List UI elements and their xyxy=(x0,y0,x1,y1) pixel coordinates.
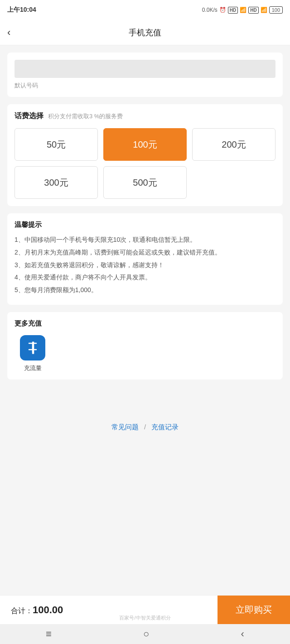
notice-item-5: 5、您每月消费限额为1,000。 xyxy=(14,285,276,296)
carrier2-label: HD xyxy=(248,7,258,14)
page-title: 手机充值 xyxy=(129,27,161,38)
notice-section: 温馨提示 1、中国移动同一个手机号每天限充10次，联通和电信暂无上限。 2、月初… xyxy=(7,213,283,305)
nav-home-button[interactable]: ○ xyxy=(132,625,160,644)
status-time: 上午10:04 xyxy=(7,6,36,14)
amount-row2: 300元 500元 xyxy=(14,166,276,199)
buy-button[interactable]: 立即购买 xyxy=(218,596,290,625)
signal-bars-1: 📶 xyxy=(240,7,246,13)
flow-charge-icon: ┃ xyxy=(20,335,45,360)
content-area: 默认号码 话费选择 积分支付需收取3 %的服务费 50元 100元 200元 3… xyxy=(0,45,290,502)
footer-links: 常见问题 / 充值记录 xyxy=(7,414,283,441)
charge-section: 话费选择 积分支付需收取3 %的服务费 50元 100元 200元 300元 5… xyxy=(7,104,283,206)
notice-item-4: 4、使用关爱通付款，商户将不向个人开具发票。 xyxy=(14,272,276,283)
nav-menu-button[interactable]: ≡ xyxy=(35,625,63,644)
total-amount: 100.00 xyxy=(33,604,63,615)
status-center: 0.0K/s ⏰ HD 📶 HD 📶 100 xyxy=(202,6,283,14)
back-button[interactable]: ‹ xyxy=(7,27,10,38)
amount-empty xyxy=(192,166,276,199)
amount-300[interactable]: 300元 xyxy=(14,166,98,199)
amount-100[interactable]: 100元 xyxy=(103,128,187,161)
amount-row1: 50元 100元 200元 xyxy=(14,128,276,161)
charge-title: 话费选择 xyxy=(14,111,44,121)
total-label: 合计： xyxy=(11,607,33,615)
phone-input-mock[interactable] xyxy=(14,60,276,78)
status-bar: 上午10:04 0.0K/s ⏰ HD 📶 HD 📶 100 xyxy=(0,0,290,20)
charge-header: 话费选择 积分支付需收取3 %的服务费 xyxy=(14,111,276,121)
faq-link[interactable]: 常见问题 xyxy=(111,423,139,431)
amount-50[interactable]: 50元 xyxy=(14,128,98,161)
clock-icon: ⏰ xyxy=(219,7,226,13)
header: ‹ 手机充值 xyxy=(0,20,290,45)
history-link[interactable]: 充值记录 xyxy=(151,423,179,431)
notice-item-3: 3、如若充值失败将退回积分，敬请谅解，感谢支持！ xyxy=(14,260,276,271)
network-speed: 0.0K/s xyxy=(202,7,218,13)
carrier1-label: HD xyxy=(228,7,238,14)
phone-section: 默认号码 xyxy=(7,53,283,97)
notice-item-2: 2、月初月末为充值高峰期，话费到账可能会延迟或失败，建议错开充值。 xyxy=(14,247,276,258)
signal-bars-2: 📶 xyxy=(261,7,267,13)
amount-200[interactable]: 200元 xyxy=(192,128,276,161)
flow-charge-label: 充流量 xyxy=(24,364,42,372)
phone-default-label: 默认号码 xyxy=(14,82,276,90)
total-area: 合计：100.00 xyxy=(0,604,218,616)
flow-charge-item[interactable]: ┃ 充流量 xyxy=(14,335,51,372)
notice-title: 温馨提示 xyxy=(14,221,276,229)
nav-back-button[interactable]: ‹ xyxy=(230,625,255,644)
charge-subtitle: 积分支付需收取3 %的服务费 xyxy=(48,112,123,120)
notice-item-1: 1、中国移动同一个手机号每天限充10次，联通和电信暂无上限。 xyxy=(14,235,276,245)
amount-500[interactable]: 500元 xyxy=(103,166,187,199)
more-title: 更多充值 xyxy=(14,319,276,328)
bottom-bar: 合计：100.00 立即购买 xyxy=(0,595,290,624)
battery-indicator: 100 xyxy=(269,6,283,14)
nav-bar: ≡ ○ ‹ xyxy=(0,624,290,644)
more-section: 更多充值 ┃ 充流量 xyxy=(7,312,283,380)
footer-divider: / xyxy=(144,423,148,431)
